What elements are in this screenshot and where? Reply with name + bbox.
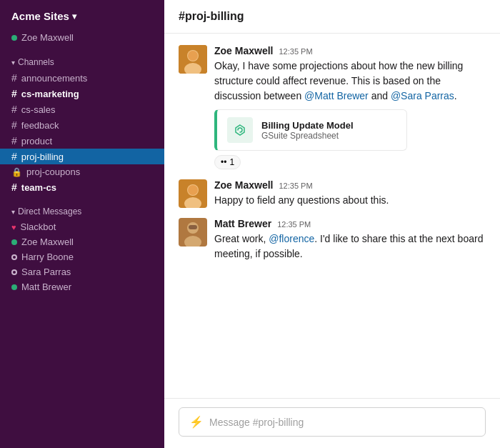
- message-meta: Matt Brewer 12:35 PM: [214, 218, 486, 229]
- channel-label: feedback: [21, 120, 59, 131]
- channel-label: cs-marketing: [21, 89, 79, 99]
- reaction-emoji: ••: [221, 157, 226, 167]
- dm-item-zoe-maxwell[interactable]: Zoe Maxwell: [0, 234, 164, 249]
- workspace-name: Acme Sites: [11, 10, 69, 22]
- sidebar-item-feedback[interactable]: # feedback: [0, 117, 164, 133]
- message-text: Great work, @florence. I'd like to share…: [214, 232, 486, 262]
- hash-icon: #: [11, 72, 17, 84]
- attachment-title: Billing Update Model: [261, 120, 354, 131]
- message-input[interactable]: [209, 417, 475, 428]
- sidebar-item-proj-billing[interactable]: # proj-billing: [0, 149, 164, 164]
- messages-area: Zoe Maxwell 12:35 PM Okay, I have some p…: [164, 34, 500, 398]
- svg-point-3: [188, 51, 198, 61]
- hash-icon: #: [11, 104, 17, 115]
- offline-status-icon: [11, 269, 17, 275]
- dm-label: Sara Parras: [21, 267, 71, 277]
- channel-title: #proj-billing: [179, 10, 244, 22]
- attachment-icon: [227, 117, 253, 143]
- hash-icon: #: [11, 88, 17, 99]
- dm-label: Zoe Maxwell: [21, 237, 74, 247]
- hash-icon: #: [11, 151, 17, 162]
- attachment-card[interactable]: Billing Update Model GSuite Spreadsheet: [214, 109, 407, 151]
- user-status-dot: [11, 35, 17, 41]
- mention-matt-brewer[interactable]: @Matt Brewer: [304, 90, 369, 101]
- dm-label: Harry Boone: [21, 252, 74, 262]
- message-meta: Zoe Maxwell 12:35 PM: [214, 45, 486, 56]
- hash-icon: #: [11, 135, 17, 146]
- main-content: #proj-billing Zoe Maxwell 12:35 PM: [164, 0, 500, 448]
- reaction-button[interactable]: •• 1: [214, 155, 241, 169]
- online-status-icon: [11, 284, 17, 290]
- channel-label: proj-coupons: [26, 166, 80, 177]
- offline-status-icon: [11, 254, 17, 260]
- message-author: Zoe Maxwell: [214, 45, 273, 56]
- dm-item-harry-boone[interactable]: Harry Boone: [0, 249, 164, 264]
- sidebar-item-cs-marketing[interactable]: # cs-marketing: [0, 86, 164, 101]
- attachment-info: Billing Update Model GSuite Spreadsheet: [261, 120, 354, 141]
- message-group: Zoe Maxwell 12:35 PM Happy to field any …: [179, 179, 486, 208]
- mention-sara-parras[interactable]: @Sara Parras: [391, 90, 454, 101]
- channel-label: team-cs: [21, 182, 56, 193]
- message-group: Matt Brewer 12:35 PM Great work, @floren…: [179, 218, 486, 262]
- mention-florence[interactable]: @florence: [269, 233, 314, 244]
- message-content: Zoe Maxwell 12:35 PM Happy to field any …: [214, 179, 486, 208]
- dm-item-sara-parras[interactable]: Sara Parras: [0, 264, 164, 279]
- dm-arrow-icon: ▾: [11, 208, 15, 216]
- dm-item-matt-brewer[interactable]: Matt Brewer: [0, 279, 164, 294]
- heart-icon: ♥: [11, 223, 16, 232]
- online-status-icon: [11, 239, 17, 245]
- svg-point-7: [188, 185, 198, 195]
- channel-label: proj-billing: [21, 151, 64, 162]
- dm-section-header[interactable]: ▾ Direct Messages: [0, 201, 164, 219]
- hash-icon: #: [11, 181, 17, 193]
- message-content: Matt Brewer 12:35 PM Great work, @floren…: [214, 218, 486, 262]
- message-content: Zoe Maxwell 12:35 PM Okay, I have some p…: [214, 45, 486, 169]
- channels-section-header[interactable]: ▾ Channels: [0, 51, 164, 70]
- dm-label: Matt Brewer: [21, 282, 71, 292]
- message-author: Zoe Maxwell: [214, 179, 273, 191]
- message-meta: Zoe Maxwell 12:35 PM: [214, 179, 486, 191]
- sidebar-item-cs-sales[interactable]: # cs-sales: [0, 101, 164, 117]
- current-user-name: Zoe Maxwell: [21, 32, 74, 43]
- sidebar-item-announcements[interactable]: # announcements: [0, 70, 164, 86]
- channel-label: cs-sales: [21, 104, 56, 115]
- message-input-box[interactable]: ⚡: [179, 407, 486, 437]
- message-time: 12:35 PM: [277, 220, 311, 229]
- dm-label: Slackbot: [21, 221, 56, 232]
- avatar: [179, 45, 207, 74]
- message-text: Happy to field any questions about this.: [214, 193, 486, 208]
- svg-rect-11: [189, 225, 197, 229]
- message-time: 12:35 PM: [279, 181, 312, 190]
- workspace-header[interactable]: Acme Sites ▾: [0, 0, 164, 29]
- sidebar: Acme Sites ▾ Zoe Maxwell ▾ Channels # an…: [0, 0, 164, 448]
- attachment-subtitle: GSuite Spreadsheet: [261, 131, 354, 141]
- reaction-count: 1: [229, 157, 234, 167]
- channel-label: announcements: [21, 73, 88, 84]
- dm-item-slackbot[interactable]: ♥ Slackbot: [0, 219, 164, 234]
- sidebar-item-team-cs[interactable]: # team-cs: [0, 179, 164, 195]
- avatar: [179, 218, 207, 247]
- hash-icon: #: [11, 119, 17, 131]
- sidebar-item-proj-coupons[interactable]: 🔒 proj-coupons: [0, 164, 164, 179]
- bolt-icon: ⚡: [189, 415, 204, 429]
- dm-section-label: Direct Messages: [18, 206, 81, 216]
- channel-header: #proj-billing: [164, 0, 500, 34]
- message-group: Zoe Maxwell 12:35 PM Okay, I have some p…: [179, 45, 486, 169]
- message-author: Matt Brewer: [214, 218, 271, 229]
- message-text: Okay, I have some projections about how …: [214, 59, 486, 104]
- message-time: 12:35 PM: [279, 47, 312, 56]
- message-input-area: ⚡: [164, 398, 500, 448]
- channels-section-label: Channels: [18, 57, 54, 67]
- workspace-chevron: ▾: [72, 11, 76, 21]
- avatar: [179, 179, 207, 208]
- sidebar-item-product[interactable]: # product: [0, 133, 164, 149]
- channel-label: product: [21, 136, 52, 146]
- current-user[interactable]: Zoe Maxwell: [0, 29, 164, 51]
- lock-icon: 🔒: [11, 167, 22, 177]
- channels-arrow-icon: ▾: [11, 59, 15, 66]
